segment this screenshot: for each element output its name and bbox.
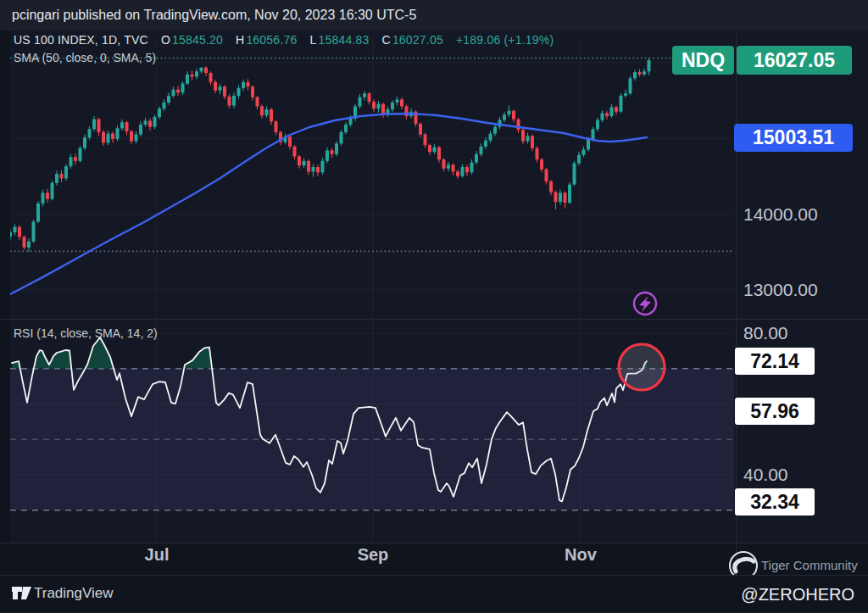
legend-high-value: 16056.76 (246, 33, 297, 47)
legend-close-value: 16027.05 (392, 33, 443, 47)
tradingview-brand: TradingView (34, 585, 114, 602)
symbol-ticker-badge: NDQ (672, 46, 734, 75)
last-price-badge: 16027.05 (737, 46, 852, 75)
legend-open-label: O (161, 33, 170, 47)
legend-symbol: US 100 INDEX, 1D, TVC (14, 33, 148, 47)
legend-open-value: 15845.20 (172, 33, 223, 47)
left-gutter (0, 31, 10, 543)
month-label-jul: Jul (145, 545, 170, 565)
lightning-boost-icon[interactable] (634, 293, 656, 315)
month-label-sep: Sep (358, 545, 389, 565)
rsi-value-badge: 57.96 (735, 398, 815, 425)
month-label-nov: Nov (565, 545, 597, 565)
sma-legend: SMA (50, close, 0, SMA, 5) (14, 51, 156, 64)
tradingview-logo-icon (12, 586, 32, 601)
legend-close-label: C (382, 33, 391, 47)
footer-bar (0, 575, 868, 613)
rsi-axis-label: 40.00 (743, 465, 788, 485)
rsi-legend: RSI (14, close, SMA, 14, 2) (14, 326, 158, 340)
time-axis-divider (0, 543, 868, 543)
legend-low-label: L (309, 33, 316, 47)
sma-price-badge: 15003.51 (734, 124, 853, 152)
price-axis-label: 14000.00 (743, 204, 818, 225)
rsi-value-badge: 32.34 (735, 488, 815, 515)
legend-low-value: 15844.83 (318, 33, 369, 47)
rsi-highlight-circle (619, 344, 665, 390)
legend-change: +189.06 (+1.19%) (456, 33, 554, 47)
price-axis-label: 13000.00 (743, 280, 818, 300)
published-chart-page: pcingari published on TradingView.com, N… (0, 0, 868, 613)
tiger-community-label: Tiger Community (761, 558, 858, 572)
chart-canvas[interactable] (0, 0, 868, 613)
pane-divider (0, 319, 868, 320)
rsi-value-badge: 72.14 (735, 348, 815, 375)
author-handle: @ZEROHERO (741, 585, 854, 605)
rsi-axis-label: 80.00 (743, 323, 788, 343)
symbol-legend: US 100 INDEX, 1D, TVC O15845.20 H16056.7… (14, 33, 555, 47)
legend-high-label: H (236, 33, 244, 47)
